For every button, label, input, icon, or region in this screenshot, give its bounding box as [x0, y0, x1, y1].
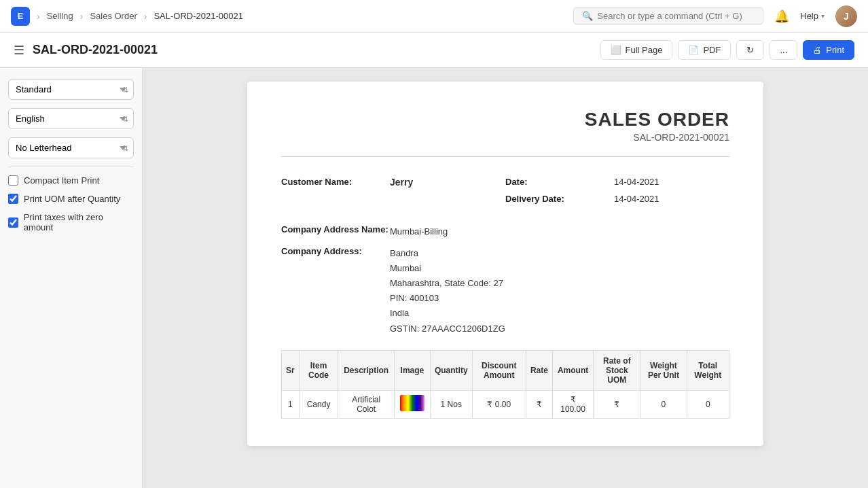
pdf-icon: 📄 [688, 45, 699, 55]
company-address-name-row: Company Address Name: Mumbai-Billing [281, 221, 729, 243]
full-page-icon: ⬜ [611, 45, 621, 55]
cell-total-weight: 0 [687, 390, 729, 418]
cell-discount-amount: ₹ 0.00 [472, 390, 526, 418]
cell-weight-per-unit: 0 [640, 390, 687, 418]
print-uom-label: Print UOM after Quantity [24, 194, 120, 204]
refresh-button[interactable]: ↻ [736, 40, 764, 60]
help-label: Help [800, 11, 818, 21]
template-select[interactable]: Standard [8, 79, 134, 100]
sidebar: Standard English No Letterhead Compact I… [0, 68, 143, 488]
date-value: 14-04-2021 [614, 177, 659, 187]
more-options-button[interactable]: ... [770, 40, 797, 60]
print-button[interactable]: 🖨 Print [803, 40, 854, 60]
company-address-row: Company Address: Bandra Mumbai Maharasht… [281, 243, 729, 350]
table-row: 1 Candy Artificial Colot 1 Nos ₹ 0.00 ₹ … [282, 390, 729, 418]
hamburger-menu-icon[interactable]: ☰ [14, 43, 24, 58]
cell-rate: ₹ [526, 390, 552, 418]
chevron-down-icon: ▾ [821, 12, 825, 20]
doc-title: SALES ORDER [281, 109, 729, 130]
language-select-wrapper: English [8, 108, 134, 129]
avatar[interactable]: J [835, 5, 857, 27]
notification-bell-icon[interactable]: 🔔 [774, 9, 789, 24]
col-amount: Amount [552, 350, 593, 390]
topnav-actions: 🔔 Help ▾ J [774, 5, 857, 27]
date-rows: Date: 14-04-2021 Delivery Date: 14-04-20… [505, 173, 729, 207]
col-sr: Sr [282, 350, 300, 390]
search-bar[interactable]: 🔍 [573, 7, 763, 25]
info-grid: Customer Name: Jerry Date: 14-04-2021 De… [281, 173, 729, 207]
col-total-weight: Total Weight [687, 350, 729, 390]
delivery-date-label: Delivery Date: [505, 194, 614, 204]
doc-divider [281, 156, 729, 157]
language-select[interactable]: English [8, 108, 134, 129]
content-area: SALES ORDER SAL-ORD-2021-00021 Customer … [143, 68, 868, 488]
search-icon: 🔍 [582, 11, 593, 21]
letterhead-select[interactable]: No Letterhead [8, 137, 134, 158]
items-table: Sr Item Code Description Image Quantity … [281, 350, 729, 419]
template-select-wrapper: Standard [8, 79, 134, 100]
page-actions: ⬜ Full Page 📄 PDF ↻ ... 🖨 Print [600, 40, 855, 60]
cell-quantity: 1 Nos [430, 390, 472, 418]
col-rate-stock-uom: Rate of Stock UOM [594, 350, 640, 390]
breadcrumb-sep-1: › [37, 11, 40, 22]
print-uom-checkbox[interactable] [8, 194, 18, 204]
print-icon: 🖨 [813, 45, 822, 55]
print-taxes-row: Print taxes with zero amount [8, 212, 134, 232]
doc-title-section: SALES ORDER SAL-ORD-2021-00021 [281, 109, 729, 143]
col-quantity: Quantity [430, 350, 472, 390]
compact-item-print-row: Compact Item Print [8, 175, 134, 186]
document: SALES ORDER SAL-ORD-2021-00021 Customer … [247, 82, 763, 446]
col-item-code: Item Code [299, 350, 338, 390]
search-input[interactable] [597, 11, 755, 21]
company-address-name-label: Company Address Name: [281, 224, 390, 239]
print-taxes-label: Print taxes with zero amount [24, 212, 134, 232]
main-layout: Standard English No Letterhead Compact I… [0, 68, 868, 488]
col-weight-per-unit: Weight Per Unit [640, 350, 687, 390]
doc-subtitle: SAL-ORD-2021-00021 [281, 132, 729, 143]
item-image [400, 395, 424, 411]
app-logo[interactable]: E [11, 7, 30, 26]
company-address-label: Company Address: [281, 246, 390, 336]
print-uom-row: Print UOM after Quantity [8, 194, 134, 204]
delivery-date-value: 14-04-2021 [614, 194, 659, 204]
cell-sr: 1 [282, 390, 300, 418]
compact-item-print-checkbox[interactable] [8, 175, 18, 186]
sidebar-divider-1 [8, 167, 134, 167]
page-title: SAL-ORD-2021-00021 [33, 43, 600, 57]
col-discount-amount: Discount Amount [472, 350, 526, 390]
col-rate: Rate [526, 350, 552, 390]
refresh-icon: ↻ [746, 45, 754, 55]
print-taxes-checkbox[interactable] [8, 217, 18, 228]
full-page-button[interactable]: ⬜ Full Page [600, 40, 673, 60]
cell-rate-stock-uom: ₹ [594, 390, 640, 418]
customer-name-label: Customer Name: [281, 177, 390, 188]
breadcrumb-sep-3: › [144, 11, 147, 22]
cell-image [394, 390, 430, 418]
compact-item-print-label: Compact Item Print [24, 175, 99, 186]
breadcrumb-selling[interactable]: Selling [47, 11, 73, 21]
pdf-button[interactable]: 📄 PDF [678, 40, 731, 60]
breadcrumb-sales-order[interactable]: Sales Order [90, 11, 137, 21]
help-menu[interactable]: Help ▾ [795, 8, 830, 24]
breadcrumb-sep-2: › [80, 11, 84, 22]
page-header: ☰ SAL-ORD-2021-00021 ⬜ Full Page 📄 PDF ↻… [0, 33, 868, 68]
topnav: E › Selling › Sales Order › SAL-ORD-2021… [0, 0, 868, 33]
letterhead-select-wrapper: No Letterhead [8, 137, 134, 158]
col-description: Description [338, 350, 395, 390]
customer-name-value: Jerry [390, 177, 413, 188]
date-label: Date: [505, 177, 614, 187]
company-address-name-value: Mumbai-Billing [390, 224, 448, 239]
breadcrumb-current: SAL-ORD-2021-00021 [153, 11, 243, 21]
cell-amount: ₹ 100.00 [552, 390, 593, 418]
cell-description: Artificial Colot [338, 390, 395, 418]
customer-name-row: Customer Name: Jerry [281, 173, 505, 207]
cell-item-code: Candy [299, 390, 338, 418]
company-address-value: Bandra Mumbai Maharashtra, State Code: 2… [390, 246, 505, 336]
col-image: Image [394, 350, 430, 390]
